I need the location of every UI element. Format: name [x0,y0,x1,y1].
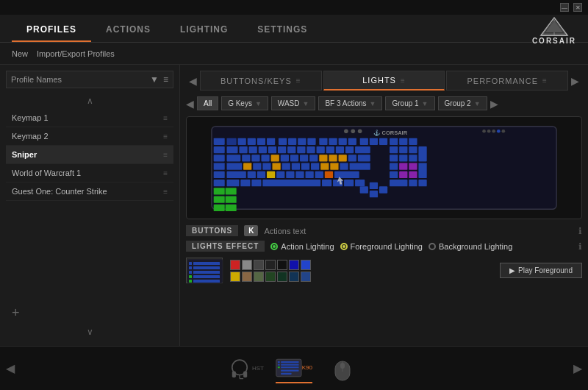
svg-rect-47 [326,146,334,153]
tab-performance[interactable]: PERFORMANCE ≡ [446,71,568,91]
background-lighting-option[interactable]: Background Lighting [429,242,512,251]
panel-tabs-inner: BUTTONS/KEYS ≡ LIGHTS ≡ PERFORMANCE ≡ [200,71,568,91]
headset-device[interactable]: HST [227,354,264,383]
svg-rect-126 [226,205,237,211]
keyboard-device[interactable]: K90 [276,354,312,383]
background-lighting-radio[interactable] [429,243,436,250]
swatch-navy[interactable] [301,272,311,282]
profile-item-keymap2[interactable]: Keymap 2 ≡ [6,127,173,146]
profile-item-sniper[interactable]: Sniper ≡ [6,146,173,164]
swatch-gray1[interactable] [242,260,252,270]
filter-group1[interactable]: Group 1 ▼ [385,96,434,110]
swatch-blue1[interactable] [289,260,299,270]
action-lighting-radio[interactable] [270,243,278,250]
tab-buttons-keys[interactable]: BUTTONS/KEYS ≡ [200,71,322,91]
collapse-down-arrow[interactable]: ∨ [6,327,173,337]
swatch-orange[interactable] [230,272,240,282]
action-lighting-option[interactable]: Action Lighting [270,242,334,251]
filter-next-arrow[interactable]: ▶ [490,98,498,110]
swatch-gray2[interactable] [254,260,264,270]
lights-info-icon[interactable]: ℹ [578,241,582,252]
menu-icon[interactable]: ≡ [163,74,168,85]
svg-rect-155 [340,363,345,369]
keyboard-mini-icon [187,258,223,284]
filter-group2[interactable]: Group 2 ▼ [438,96,487,110]
panel-tabs: ◀ BUTTONS/KEYS ≡ LIGHTS ≡ PERFORMANCE ≡ [186,71,582,91]
svg-rect-115 [390,171,398,178]
tab-actions[interactable]: ACTIONS [91,18,165,42]
panel-tab-next-arrow[interactable]: ▶ [568,75,582,87]
foreground-lighting-radio[interactable] [340,243,348,250]
svg-rect-121 [214,188,225,194]
svg-rect-25 [267,138,275,145]
info-icon[interactable]: ℹ [578,226,582,236]
svg-rect-17 [214,155,225,161]
swatch-teal[interactable] [289,272,299,282]
swatch-brown[interactable] [242,272,252,282]
svg-rect-87 [325,171,333,178]
svg-rect-65 [227,163,243,169]
filter-bf3[interactable]: BF 3 Actions ▼ [318,96,382,110]
svg-rect-60 [319,155,327,161]
import-export-button[interactable]: Import/Export Profiles [37,48,115,60]
svg-rect-134 [193,262,220,265]
swatch-green2[interactable] [277,272,287,282]
add-profile-button[interactable]: + [6,302,173,324]
swatch-olive[interactable] [254,272,264,282]
tab-lighting[interactable]: LIGHTING [165,18,243,42]
svg-rect-118 [390,180,407,186]
filter-gkeys[interactable]: G Keys ▼ [221,96,268,110]
svg-rect-147 [278,366,280,368]
profile-item-wow[interactable]: World of Warcraft 1 ≡ [6,164,173,182]
profile-label: Keymap 2 [12,132,49,141]
bottom-prev-arrow[interactable]: ◀ [6,361,15,375]
svg-rect-89 [227,180,240,186]
profile-label: Guest One: Counter Strike [12,187,107,196]
tab-settings[interactable]: SETTINGS [243,18,322,42]
svg-rect-86 [315,171,323,178]
svg-rect-57 [290,155,298,161]
svg-rect-29 [307,138,315,145]
collapse-up-arrow[interactable]: ∧ [6,96,173,106]
svg-rect-78 [227,171,246,178]
swatch-red[interactable] [230,260,240,270]
panel-tab-prev-arrow[interactable]: ◀ [186,75,200,87]
sidebar: Profile Names ▼ ≡ ∧ Keymap 1 ≡ Keymap 2 … [0,65,180,346]
svg-rect-38 [239,146,247,153]
filter-group1-label: Group 1 [392,99,418,107]
svg-rect-124 [226,188,237,194]
svg-rect-26 [279,138,287,145]
swatch-dark1[interactable] [265,260,276,270]
filter-all[interactable]: All [197,96,218,110]
foreground-lighting-option[interactable]: Foreground Lighting [340,242,423,251]
svg-rect-101 [390,138,398,145]
profile-item-guestone[interactable]: Guest One: Counter Strike ≡ [6,182,173,201]
tab-lights[interactable]: LIGHTS ≡ [323,71,445,91]
swatch-blue2[interactable] [301,260,311,270]
profile-item-keymap1[interactable]: Keymap 1 ≡ [6,109,173,127]
swatch-green1[interactable] [265,272,276,282]
svg-rect-52 [242,155,250,161]
close-button[interactable]: ✕ [573,3,582,12]
svg-rect-151 [281,369,298,371]
mouse-icon [334,355,351,382]
svg-rect-90 [240,180,250,186]
new-button[interactable]: New [12,48,28,60]
svg-rect-41 [268,146,276,153]
filter-prev-arrow[interactable]: ◀ [186,98,194,110]
filter-wasd[interactable]: WASD ▼ [271,96,316,110]
bottom-next-arrow[interactable]: ▶ [573,361,582,375]
minimize-button[interactable]: — [560,3,569,12]
dropdown-icon[interactable]: ▼ [150,74,159,85]
play-foreground-button[interactable]: ▶ Play Foreground [500,263,582,278]
swatch-dark2[interactable] [277,260,287,270]
svg-rect-137 [193,275,220,278]
nav-tabs: PROFILES ACTIONS LIGHTING SETTINGS CORSA… [0,15,588,43]
tab-lights-label: LIGHTS [362,76,396,85]
svg-rect-45 [306,146,315,153]
tab-profiles[interactable]: PROFILES [12,18,91,42]
mouse-device[interactable] [324,354,361,383]
svg-rect-148 [281,361,298,363]
svg-rect-104 [390,146,398,153]
play-icon: ▶ [509,266,515,274]
